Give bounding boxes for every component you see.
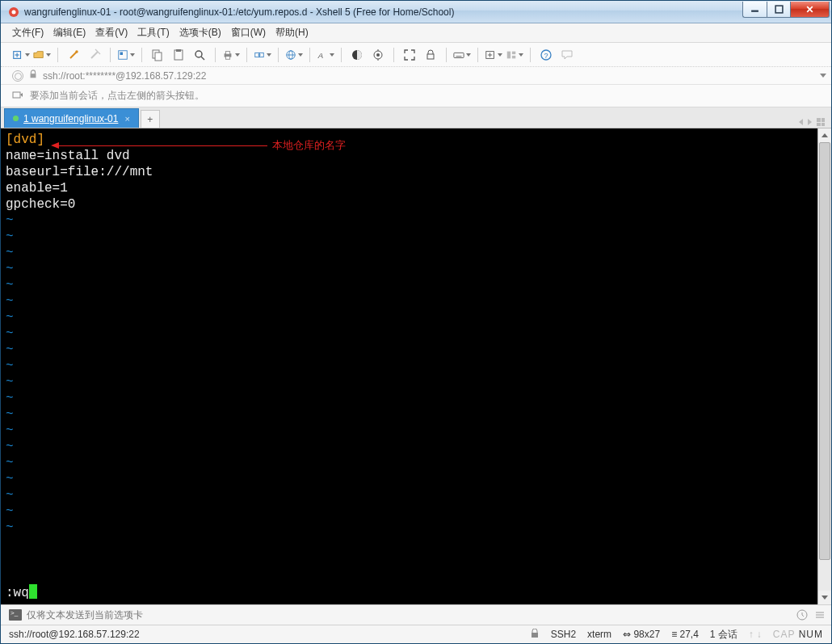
- address-bar: ssh://root:********@192.168.57.129:22: [1, 67, 831, 85]
- svg-rect-14: [155, 53, 162, 61]
- tab-label: 1 wangruifenglinux-01: [23, 113, 118, 124]
- menu-window[interactable]: 窗口(W): [231, 26, 266, 40]
- svg-rect-21: [225, 56, 229, 59]
- keyboard-icon[interactable]: [453, 46, 471, 64]
- address-text[interactable]: ssh://root:********@192.168.57.129:22: [43, 70, 815, 82]
- tab-prev-icon[interactable]: [799, 119, 803, 125]
- reconnect-icon[interactable]: [65, 46, 82, 64]
- status-dot-icon: [13, 116, 19, 121]
- properties-icon[interactable]: [117, 46, 135, 64]
- status-size: ⇔ 98x27: [623, 629, 660, 640]
- terminal-scrollbar[interactable]: [817, 128, 831, 604]
- tile-icon[interactable]: [506, 46, 523, 64]
- separator: [57, 48, 58, 62]
- svg-point-30: [376, 53, 380, 57]
- svg-rect-3: [775, 6, 783, 13]
- menu-dots-icon[interactable]: [813, 608, 826, 621]
- chat-icon[interactable]: [558, 46, 576, 64]
- svg-point-1: [12, 10, 16, 14]
- status-capnum: CAP NUM: [773, 629, 823, 640]
- separator: [246, 48, 247, 62]
- terminal-input-icon: [9, 609, 22, 621]
- font-icon[interactable]: A: [317, 46, 334, 64]
- transfer-icon[interactable]: [254, 46, 271, 64]
- open-folder-icon[interactable]: [33, 46, 51, 64]
- disconnect-icon[interactable]: [86, 46, 103, 64]
- scroll-thumb[interactable]: [819, 142, 830, 560]
- hint-icon: [12, 89, 23, 103]
- terminal-area: [dvd]name=install dvdbaseurl=file:///mnt…: [1, 128, 831, 604]
- color-scheme-icon[interactable]: [348, 46, 366, 64]
- menu-view[interactable]: 查看(V): [95, 26, 128, 40]
- menu-edit[interactable]: 编辑(E): [53, 26, 86, 40]
- new-tab-button[interactable]: +: [141, 110, 160, 128]
- status-pos: ≡ 27,4: [671, 629, 699, 640]
- highlight-icon[interactable]: [369, 46, 387, 64]
- lock-status-icon: [530, 629, 540, 641]
- titlebar[interactable]: wangruifenglinux-01 - root@wangruifengli…: [1, 1, 831, 23]
- tab-next-icon[interactable]: [808, 119, 812, 125]
- copy-icon[interactable]: [149, 46, 166, 64]
- address-dropdown-icon[interactable]: [820, 74, 826, 78]
- history-icon[interactable]: [796, 608, 809, 621]
- svg-rect-47: [13, 92, 20, 98]
- window-controls: [742, 2, 830, 18]
- terminal[interactable]: [dvd]name=install dvdbaseurl=file:///mnt…: [1, 128, 817, 604]
- cursor-icon: [29, 584, 37, 599]
- svg-rect-20: [225, 51, 229, 54]
- separator: [341, 48, 342, 62]
- toolbar: A ?: [1, 43, 831, 67]
- tab-close-icon[interactable]: ×: [124, 114, 129, 124]
- separator: [215, 48, 216, 62]
- separator: [530, 48, 531, 62]
- maximize-button[interactable]: [767, 2, 791, 18]
- new-session-icon[interactable]: [12, 46, 30, 64]
- new-tab-icon[interactable]: [485, 46, 502, 64]
- svg-text:A: A: [317, 50, 323, 59]
- help-icon[interactable]: ?: [537, 46, 555, 64]
- separator: [477, 48, 478, 62]
- svg-rect-52: [532, 633, 538, 638]
- scroll-track[interactable]: [818, 142, 831, 591]
- fullscreen-icon[interactable]: [401, 46, 418, 64]
- svg-line-18: [201, 57, 204, 60]
- lock-scroll-icon[interactable]: [422, 46, 439, 64]
- window-title: wangruifenglinux-01 - root@wangruifengli…: [24, 6, 742, 18]
- search-icon[interactable]: [191, 46, 208, 64]
- status-protocol: SSH2: [551, 629, 576, 640]
- scroll-up-button[interactable]: [818, 128, 831, 142]
- separator: [309, 48, 310, 62]
- minimize-button[interactable]: [742, 2, 767, 18]
- paste-icon[interactable]: [170, 46, 187, 64]
- vim-command-line: :wq: [6, 584, 37, 601]
- app-icon: [7, 6, 20, 19]
- svg-rect-46: [31, 74, 36, 78]
- menu-file[interactable]: 文件(F): [12, 26, 44, 40]
- separator: [446, 48, 447, 62]
- scroll-down-button[interactable]: [818, 591, 831, 604]
- svg-rect-41: [507, 51, 511, 58]
- status-bar: ssh://root@192.168.57.129:22 SSH2 xterm …: [1, 625, 831, 643]
- status-sessions: 1 会话: [710, 628, 737, 642]
- status-arrows: ↑↓: [749, 629, 762, 640]
- svg-rect-34: [454, 53, 464, 57]
- svg-rect-2: [751, 10, 758, 11]
- menu-tools[interactable]: 工具(T): [137, 26, 169, 40]
- print-icon[interactable]: [222, 46, 240, 64]
- separator: [110, 48, 111, 62]
- close-button[interactable]: [791, 2, 830, 18]
- globe-icon[interactable]: [285, 46, 303, 64]
- hint-text: 要添加当前会话，点击左侧的箭头按钮。: [30, 89, 204, 103]
- menubar: 文件(F) 编辑(E) 查看(V) 工具(T) 选项卡(B) 窗口(W) 帮助(…: [1, 23, 831, 43]
- status-term: xterm: [587, 629, 611, 640]
- menu-tabs[interactable]: 选项卡(B): [179, 26, 221, 40]
- compose-input[interactable]: [27, 609, 791, 621]
- separator: [278, 48, 279, 62]
- svg-rect-16: [176, 49, 181, 52]
- menu-help[interactable]: 帮助(H): [275, 26, 309, 40]
- tab-strip: 1 wangruifenglinux-01 × +: [1, 107, 831, 128]
- lock-icon: [28, 69, 38, 82]
- separator: [393, 48, 394, 62]
- session-tab[interactable]: 1 wangruifenglinux-01 ×: [4, 108, 139, 128]
- tab-list-icon[interactable]: [817, 118, 825, 126]
